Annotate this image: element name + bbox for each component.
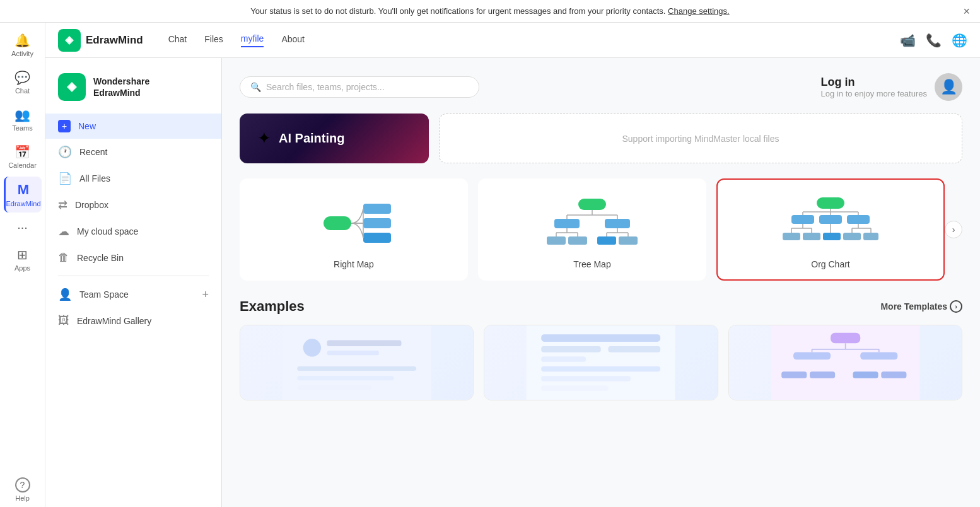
example-card-1[interactable] [240,325,474,400]
import-text: Support importing MindMaster local files [622,134,779,144]
search-box[interactable]: 🔍 Search files, teams, projects... [240,76,479,98]
example-card-3[interactable] [728,325,962,400]
sidebar-item-help[interactable]: ? Help [4,472,42,507]
examples-title: Examples [240,298,305,315]
calendar-icon: 📅 [15,144,30,160]
ai-painting-banner[interactable]: ✦ AI Painting [240,114,429,163]
app-header: EdrawMind Chat Files myfile About 📹 📞 🌐 [45,23,980,58]
svg-rect-61 [542,334,661,342]
sidebar-item-edrawmind[interactable]: M EdrawMind [4,177,42,213]
svg-rect-74 [853,371,878,378]
sidebar-item-activity[interactable]: 🔔 Activity [4,28,42,62]
help-label: Help [15,494,30,502]
template-card-org-chart[interactable]: Org Chart [716,178,945,281]
svg-rect-65 [542,366,661,371]
org-chart-diagram [780,195,881,252]
example-card-2[interactable] [484,325,718,400]
org-chart-label: Org Chart [811,259,849,269]
header-nav-files[interactable]: Files [204,34,223,47]
video-icon[interactable]: 📹 [900,33,916,48]
svg-rect-57 [297,366,416,371]
logo-area: EdrawMind [58,29,143,52]
calendar-label: Calendar [8,161,37,169]
teams-icon: 👥 [15,107,30,122]
svg-rect-63 [609,346,661,352]
edrawmind-nav-icon: M [18,182,29,198]
right-map-diagram [303,195,404,252]
svg-rect-66 [542,376,631,381]
svg-rect-56 [327,351,379,355]
brand-name: WondershareEdrawMind [93,76,149,98]
login-subtitle: Log in to enjoy more features [821,89,927,98]
app-name: EdrawMind [86,34,143,47]
template-card-right-map[interactable]: Right Map [240,178,468,281]
svg-rect-6 [363,233,391,243]
sidebar-item-dropbox[interactable]: ⇄ Dropbox [45,192,221,218]
svg-rect-75 [881,371,906,378]
sidebar-item-more[interactable]: ··· [4,215,42,240]
templates-section: Right Map [240,178,962,281]
phone-icon[interactable]: 📞 [926,33,942,48]
sidebar-item-gallery[interactable]: 🖼 EdrawMind Gallery [45,308,221,334]
notification-close-button[interactable]: × [963,4,970,18]
more-templates-arrow-icon: › [950,300,962,313]
examples-header: Examples More Templates › [240,298,962,315]
svg-rect-36 [823,233,841,240]
svg-rect-37 [843,233,861,240]
new-icon: + [58,120,71,132]
app-logo-icon [58,29,81,52]
svg-rect-32 [819,215,842,224]
sidebar-item-chat[interactable]: 💬 Chat [4,65,42,100]
svg-point-0 [67,38,71,42]
login-area: Log in Log in to enjoy more features 👤 [821,73,962,101]
more-templates-button[interactable]: More Templates › [880,300,962,313]
svg-rect-59 [297,386,371,390]
svg-rect-69 [831,333,860,344]
svg-rect-38 [863,233,878,240]
avatar[interactable]: 👤 [935,73,962,101]
svg-rect-33 [847,215,870,224]
next-arrow-button[interactable]: › [945,221,962,238]
header-nav-myfile[interactable]: myfile [241,33,264,47]
sidebar-item-team-space[interactable]: 👤 Team Space + [45,281,221,308]
recent-label: Recent [79,147,107,157]
sidebar-item-calendar[interactable]: 📅 Calendar [4,139,42,174]
header-nav-chat[interactable]: Chat [168,34,187,47]
sidebar-item-all-files[interactable]: 📄 All Files [45,165,221,192]
sidebar-item-new[interactable]: + New [45,114,221,139]
sidebar-item-apps[interactable]: ⊞ Apps [4,242,42,277]
template-card-tree-map[interactable]: Tree Map [478,178,706,281]
top-row: 🔍 Search files, teams, projects... Log i… [240,73,962,101]
change-settings-link[interactable]: Change settings. [668,6,730,16]
svg-rect-62 [542,346,601,352]
search-placeholder-text: Search files, teams, projects... [266,82,385,92]
login-title[interactable]: Log in [821,76,927,89]
sidebar-item-teams[interactable]: 👥 Teams [4,102,42,137]
right-map-label: Right Map [334,259,374,269]
sidebar-item-my-cloud[interactable]: ☁ My cloud space [45,218,221,245]
team-space-add-button[interactable]: + [202,288,209,301]
dropbox-icon: ⇄ [58,198,67,212]
ai-sparkle-icon: ✦ [257,129,271,148]
svg-rect-31 [791,215,814,224]
banner-row: ✦ AI Painting Support importing MindMast… [240,114,962,163]
teams-label: Teams [12,124,32,132]
sidebar-item-recycle[interactable]: 🗑 Recycle Bin [45,245,221,271]
tree-map-label: Tree Map [573,259,610,269]
header-nav-about[interactable]: About [281,34,305,47]
globe-icon[interactable]: 🌐 [952,33,967,48]
svg-point-1 [69,84,74,90]
import-banner[interactable]: Support importing MindMaster local files [439,114,962,163]
apps-label: Apps [15,264,30,272]
svg-rect-16 [597,236,616,245]
svg-rect-64 [542,357,586,362]
sidebar-item-recent[interactable]: 🕐 Recent [45,139,221,165]
svg-rect-70 [793,352,831,359]
svg-rect-72 [781,371,807,378]
svg-rect-30 [817,197,844,209]
example-placeholder-1 [240,325,473,400]
svg-rect-67 [542,386,609,391]
header-nav-links: Chat Files myfile About [168,33,305,47]
chat-icon: 💬 [15,70,30,85]
svg-rect-5 [363,218,391,228]
